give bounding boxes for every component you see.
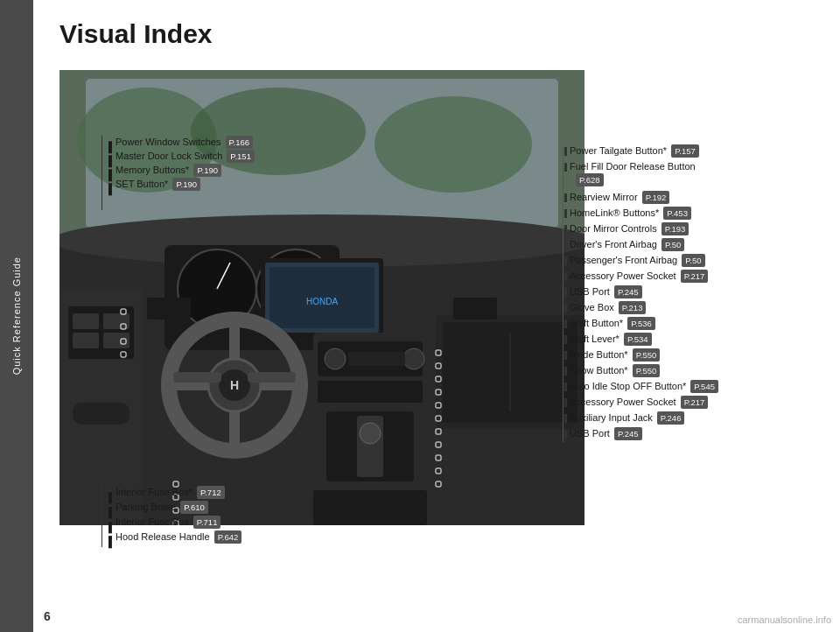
label-passenger-airbag: Passenger's Front Airbag P.50: [564, 254, 705, 267]
label-shift-lever: Shift Lever* P.534: [564, 333, 652, 346]
sidebar-text: Quick Reference Guide: [11, 256, 22, 375]
label-usb-port-2: USB Port P.245: [564, 427, 642, 440]
svg-point-29: [325, 348, 346, 369]
label-shift-button: Shift Button* P.536: [564, 317, 655, 330]
svg-text:H: H: [230, 378, 239, 392]
label-hood-release: ▌Hood Release Handle P.642: [108, 530, 242, 544]
svg-rect-26: [248, 372, 296, 383]
label-homelink: HomeLink® Buttons* P.453: [564, 207, 691, 220]
label-power-tailgate: Power Tailgate Button* P.157: [564, 144, 699, 158]
svg-rect-31: [348, 352, 405, 366]
svg-text:HONDA: HONDA: [306, 297, 338, 306]
svg-point-35: [360, 423, 381, 444]
label-glove-box: Glove Box P.213: [564, 301, 646, 314]
label-interior-fuse-box-2: ▌Interior Fuse Box P.711: [108, 516, 220, 529]
label-auto-idle-stop: Auto Idle Stop OFF Button* P.545: [564, 380, 718, 393]
label-parking-brake: ▌Parking Brake P.610: [108, 501, 208, 514]
svg-rect-38: [73, 313, 99, 329]
svg-rect-48: [313, 490, 427, 525]
label-fuel-fill: Fuel Fill Door Release Button: [564, 160, 696, 173]
label-door-mirror: Door Mirror Controls P.193: [564, 222, 689, 235]
label-fuel-fill-ref: P.628: [574, 173, 604, 186]
label-mode-button: Mode Button* P.550: [564, 348, 660, 362]
main-content: Visual Index: [33, 0, 840, 632]
svg-rect-25: [173, 372, 221, 383]
label-drivers-airbag: Driver's Front Airbag P.50: [564, 238, 684, 251]
label-set-button: ▌SET Button* P.190: [108, 178, 200, 191]
svg-rect-42: [73, 403, 130, 425]
watermark: carmanualsonline.info: [738, 614, 831, 625]
right-connector-line: [563, 146, 564, 442]
page-number: 6: [44, 609, 51, 623]
svg-point-5: [374, 96, 532, 193]
label-interior-fuse-box-1: ▌Interior Fuse Box* P.712: [108, 486, 225, 499]
page-title: Visual Index: [60, 19, 213, 49]
svg-point-30: [403, 348, 424, 369]
svg-rect-46: [147, 298, 191, 320]
label-master-door-lock: ▌Master Door Lock Switch P.151: [108, 150, 255, 163]
label-aux-input-jack: Auxiliary Input Jack P.246: [564, 411, 684, 425]
svg-rect-32: [318, 381, 423, 403]
label-snow-button: Snow Button* P.550: [564, 364, 660, 377]
label-power-window-switches: ▌Power Window Switches P.166: [108, 136, 253, 149]
label-accessory-power-socket-2: Accessory Power Socket P.217: [564, 396, 708, 409]
label-accessory-power-socket-1: Accessory Power Socket P.217: [564, 270, 708, 283]
label-memory-buttons: ▌Memory Buttons* P.190: [108, 164, 221, 177]
sidebar-panel: Quick Reference Guide: [0, 0, 33, 632]
label-rearview-mirror: Rearview Mirror P.192: [564, 191, 669, 204]
label-usb-port-1: USB Port P.245: [564, 285, 642, 298]
svg-rect-40: [73, 333, 99, 348]
svg-rect-47: [453, 298, 497, 320]
